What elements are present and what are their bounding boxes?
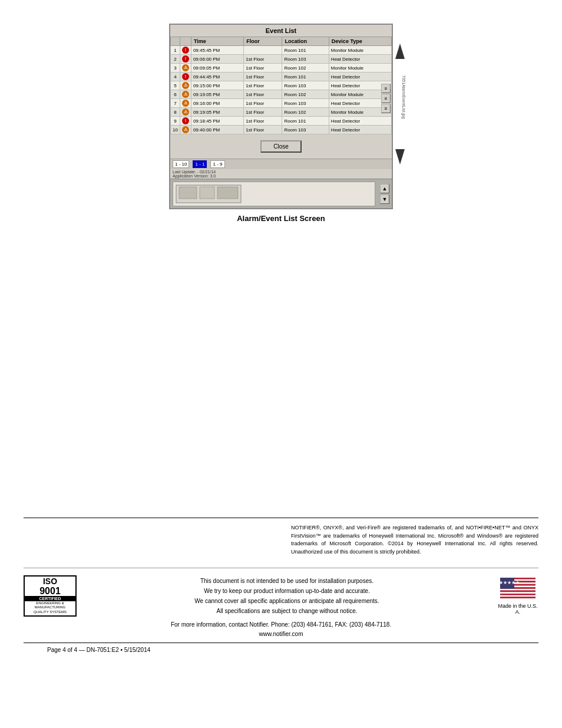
row-floor (244, 46, 282, 55)
side-btn-2[interactable]: ≡ (381, 94, 391, 103)
iso-9001: 9001 (39, 587, 61, 596)
floorplan-btn-up[interactable]: ▲ (380, 184, 389, 193)
screenshot-caption: Alarm/Event List Screen (237, 214, 325, 223)
row-icon: ! (180, 55, 191, 64)
bottom-line1: This document is not intended to be used… (88, 576, 485, 586)
event-list-window: Event List Time Floor Location Device Ty… (169, 24, 393, 209)
svg-rect-14 (500, 590, 535, 592)
row-floor: 1st Floor (244, 117, 282, 126)
row-icon: ⚠ (180, 81, 191, 90)
svg-rect-18 (500, 597, 535, 598)
floorplan-bar: ▲ ▼ (170, 179, 392, 208)
row-location: Room 101 (282, 73, 329, 81)
row-num: 3 (171, 64, 180, 73)
row-device: Heat Detector (329, 126, 391, 134)
table-row: 6 ⚠ 09:19:05 PM 1st Floor Room 102 Monit… (171, 90, 392, 99)
col-device: Device Type (329, 37, 391, 46)
row-num: 1 (171, 46, 180, 55)
row-device: Monitor Module (329, 46, 391, 55)
svg-rect-16 (500, 594, 535, 595)
status-line2: Application Version: 3.0 (173, 174, 389, 178)
page-footer: Page 4 of 4 — DN-7051:E2 • 5/15/2014 (24, 643, 538, 657)
spacer (24, 235, 538, 518)
row-time: 09:09:05 PM (191, 64, 243, 73)
row-location: Room 103 (282, 81, 329, 90)
row-icon: ! (180, 73, 191, 81)
row-time: 09:15:00 PM (191, 81, 243, 90)
table-row: 9 ! 09:18:45 PM 1st Floor Room 101 Heat … (171, 117, 392, 126)
row-num: 4 (171, 73, 180, 81)
usa-flag: ★★★★★★ Made in the U.S. A. (497, 578, 538, 615)
flag-svg: ★★★★★★ (500, 578, 535, 598)
side-btn-1[interactable]: ≡ (381, 84, 391, 93)
row-num: 9 (171, 117, 180, 126)
svg-rect-17 (500, 595, 535, 597)
side-btn-3[interactable]: ≡ (381, 104, 391, 113)
vertical-label: 7051AlarmEventList.jpg (402, 75, 406, 118)
col-location: Location (282, 37, 329, 46)
row-icon: ⚠ (180, 108, 191, 117)
bottom-line3: We cannot cover all specific application… (88, 596, 485, 606)
close-button[interactable]: Close (260, 140, 302, 153)
scroll-up-arrow[interactable] (394, 42, 406, 61)
right-side-buttons: ≡ ≡ ≡ (381, 84, 391, 113)
row-icon: ⚠ (180, 99, 191, 108)
row-location: Room 102 (282, 64, 329, 73)
event-list-title: Event List (170, 25, 392, 37)
row-time: 09:16:00 PM (191, 99, 243, 108)
row-floor: 1st Floor (244, 55, 282, 64)
svg-rect-5 (217, 187, 238, 199)
row-time: 09:45:45 PM (191, 46, 243, 55)
contact-line1: For more information, contact Notifier. … (47, 620, 515, 630)
row-num: 10 (171, 126, 180, 134)
svg-text:★★★★★★: ★★★★★★ (500, 580, 520, 585)
col-num (171, 37, 180, 46)
row-location: Room 103 (282, 99, 329, 108)
table-row: 10 ⚠ 09:40:00 PM 1st Floor Room 103 Heat… (171, 126, 392, 134)
table-row: 3 ⚠ 09:09:05 PM 1st Floor Room 102 Monit… (171, 64, 392, 73)
floorplan-btn-down[interactable]: ▼ (380, 195, 389, 204)
iso-logo: ISO 9001 CERTIFIED ENGINEERING & MANUFAC… (24, 575, 77, 617)
page-next[interactable]: 1 - 9 (210, 160, 224, 168)
status-bar: Last Update: - 02/21/14 Application Vers… (170, 169, 392, 179)
row-floor: 1st Floor (244, 81, 282, 90)
row-device: Monitor Module (329, 64, 391, 73)
bottom-line4: All specifications are subject to change… (88, 606, 485, 616)
page-current[interactable]: 1 - 1 (193, 160, 207, 168)
trademark-text: NOTIFIER®, ONYX®, and Veri-Fire® are reg… (291, 524, 538, 556)
contact-line2: www.notifier.com (47, 630, 515, 639)
svg-marker-0 (395, 44, 405, 59)
row-num: 6 (171, 90, 180, 99)
row-num: 7 (171, 99, 180, 108)
row-device: Heat Detector (329, 55, 391, 64)
row-icon: ! (180, 117, 191, 126)
pagination-bar: 1 - 10 1 - 1 1 - 9 (170, 159, 392, 169)
svg-rect-15 (500, 592, 535, 594)
scroll-down-arrow[interactable] (394, 148, 406, 167)
row-location: Room 102 (282, 108, 329, 117)
row-floor: 1st Floor (244, 64, 282, 73)
table-row: 2 ! 09:06:00 PM 1st Floor Room 103 Heat … (171, 55, 392, 64)
col-time: Time (191, 37, 243, 46)
row-device: Heat Detector (329, 117, 391, 126)
row-floor: 1st Floor (244, 90, 282, 99)
iso-line2: QUALITY SYSTEMS (34, 610, 67, 615)
row-location: Room 103 (282, 55, 329, 64)
contact-bar: For more information, contact Notifier. … (24, 617, 538, 643)
col-floor: Floor (244, 37, 282, 46)
row-floor: 1st Floor (244, 73, 282, 81)
status-line1: Last Update: - 02/21/14 (173, 170, 389, 174)
row-device: Heat Detector (329, 73, 391, 81)
table-row: 8 ⚠ 09:19:05 PM 1st Floor Room 102 Monit… (171, 108, 392, 117)
svg-rect-4 (200, 187, 214, 199)
row-time: 09:19:05 PM (191, 90, 243, 99)
row-time: 09:18:45 PM (191, 117, 243, 126)
table-row: 7 ⚠ 09:16:00 PM 1st Floor Room 103 Heat … (171, 99, 392, 108)
row-floor: 1st Floor (244, 99, 282, 108)
row-location: Room 101 (282, 46, 329, 55)
bottom-line2: We try to keep our product information u… (88, 586, 485, 596)
trademark-content: NOTIFIER®, ONYX®, and Veri-Fire® are reg… (291, 525, 538, 555)
page-range: 1 - 10 (173, 160, 189, 168)
row-floor: 1st Floor (244, 108, 282, 117)
col-icon (180, 37, 191, 46)
